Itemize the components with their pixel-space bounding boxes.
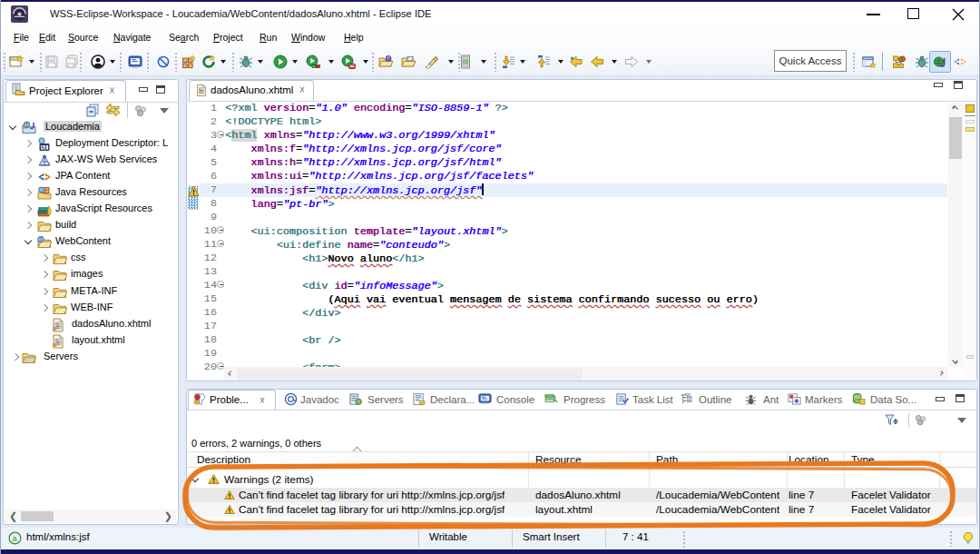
svg-text:!: ! [196, 401, 197, 405]
svg-text:!: ! [54, 327, 54, 331]
svg-text:a: a [12, 534, 17, 543]
svg-text:4.0: 4.0 [41, 145, 47, 150]
svg-text:!: ! [54, 343, 54, 347]
